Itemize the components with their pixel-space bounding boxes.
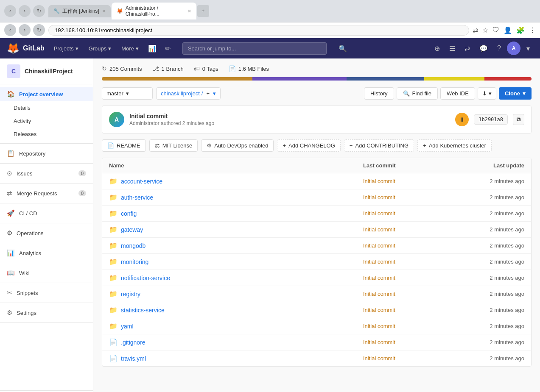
tags-stat[interactable]: 🏷 0 Tags (194, 65, 218, 72)
sidebar-item-analytics[interactable]: 📊 Analytics (0, 246, 93, 260)
file-commit-cell[interactable]: Initial commit (363, 259, 448, 265)
groups-menu[interactable]: Groups ▾ (84, 43, 116, 54)
page-reload-button[interactable]: ↻ (33, 24, 45, 36)
tab-gitlab[interactable]: 🦊 Administrator / ChinaskillPro... ✕ (112, 3, 196, 19)
user-avatar-button[interactable]: A (507, 42, 520, 55)
file-commit-cell[interactable]: Initial commit (363, 242, 448, 249)
add-path-button[interactable]: + (204, 90, 211, 97)
user-chevron-button[interactable]: ▾ (523, 42, 533, 55)
file-commit-cell[interactable]: Initial commit (363, 178, 448, 184)
sidebar-item-merge-requests[interactable]: ⇄ Merge Requests 0 (0, 186, 93, 200)
hamburger-button[interactable]: ☰ (446, 42, 459, 55)
find-file-button[interactable]: 🔍 Find file (397, 87, 438, 100)
sidebar-item-repository[interactable]: 📋 Repository (0, 146, 93, 161)
tab-jenkins-close[interactable]: ✕ (102, 8, 106, 14)
table-row[interactable]: 📄 .gitignore Initial commit 2 minutes ag… (102, 334, 531, 350)
history-button[interactable]: History (364, 87, 394, 100)
file-name-cell[interactable]: 📁 statistics-service (109, 306, 363, 314)
file-commit-cell[interactable]: Initial commit (363, 210, 448, 217)
clone-button[interactable]: Clone ▾ (499, 87, 532, 100)
path-project[interactable]: chinaskillproject (161, 90, 200, 97)
copy-hash-button[interactable]: ⧉ (513, 114, 524, 125)
sidebar-item-settings[interactable]: ⚙ Settings (0, 306, 93, 320)
sidebar-item-issues[interactable]: ⊙ Issues 0 (0, 166, 93, 181)
sidebar-item-project-overview[interactable]: 🏠 Project overview (0, 87, 93, 101)
file-name-cell[interactable]: 📁 gateway (109, 225, 363, 234)
file-commit-cell[interactable]: Initial commit (363, 355, 448, 361)
page-forward-button[interactable]: › (19, 24, 31, 36)
license-button[interactable]: ⚖ MIT License (149, 139, 198, 152)
issues-button[interactable]: 💬 (476, 42, 491, 55)
file-name-cell[interactable]: 📁 config (109, 209, 363, 217)
commit-hash[interactable]: 1b2901a8 (474, 114, 508, 125)
page-back-button[interactable]: ‹ (4, 24, 16, 36)
back-button[interactable]: ‹ (4, 5, 16, 17)
tab-jenkins[interactable]: 🔧 工作台 [Jenkins] ✕ (48, 5, 111, 17)
table-row[interactable]: 📁 mongodb Initial commit 2 minutes ago (102, 238, 531, 254)
help-button[interactable]: ? (494, 42, 504, 55)
add-contributing-button[interactable]: + Add CONTRIBUTING (344, 139, 414, 152)
address-input[interactable] (48, 25, 469, 36)
sidebar-label-analytics: Analytics (19, 250, 41, 256)
branch-selector[interactable]: master ▾ (102, 87, 153, 100)
file-name-cell[interactable]: 📁 monitoring (109, 258, 363, 266)
projects-menu[interactable]: Projects ▾ (50, 43, 83, 54)
table-row[interactable]: 📁 config Initial commit 2 minutes ago (102, 206, 531, 222)
merge-request-button[interactable]: ⇄ (461, 42, 473, 55)
file-commit-cell[interactable]: Initial commit (363, 291, 448, 297)
forward-button[interactable]: › (19, 5, 31, 17)
global-search-input[interactable] (182, 42, 327, 55)
files-stat[interactable]: 📄 1.6 MB Files (229, 65, 269, 72)
sidebar-item-wiki[interactable]: 📖 Wiki (0, 266, 93, 280)
file-name-cell[interactable]: 📁 yaml (109, 322, 363, 330)
collapse-sidebar-button[interactable]: « Collapse sidebar (0, 390, 93, 392)
table-row[interactable]: 📁 auth-service Initial commit 2 minutes … (102, 189, 531, 206)
file-name-cell[interactable]: 📁 auth-service (109, 193, 363, 201)
sidebar-item-releases[interactable]: Releases (0, 128, 93, 141)
file-commit-cell[interactable]: Initial commit (363, 339, 448, 345)
file-name-cell[interactable]: 📄 travis.yml (109, 354, 363, 362)
table-row[interactable]: 📁 yaml Initial commit 2 minutes ago (102, 318, 531, 334)
commit-emoji-button[interactable]: ⏸ (455, 113, 469, 126)
sidebar-item-details[interactable]: Details (0, 101, 93, 114)
table-row[interactable]: 📁 notification-service Initial commit 2 … (102, 270, 531, 286)
table-row[interactable]: 📄 travis.yml Initial commit 2 minutes ag… (102, 350, 531, 366)
sidebar-item-activity[interactable]: Activity (0, 114, 93, 128)
file-time-cell: 2 minutes ago (448, 339, 524, 345)
download-button[interactable]: ⬇ ▾ (478, 87, 496, 100)
more-menu[interactable]: More ▾ (117, 43, 143, 54)
file-commit-cell[interactable]: Initial commit (363, 323, 448, 329)
file-name-cell[interactable]: 📁 registry (109, 290, 363, 298)
edit-button[interactable]: ✏ (162, 42, 174, 55)
table-row[interactable]: 📁 account-service Initial commit 2 minut… (102, 173, 531, 189)
search-button[interactable]: 🔍 (335, 42, 350, 55)
add-changelog-button[interactable]: + Add CHANGELOG (277, 139, 340, 152)
file-name-cell[interactable]: 📁 notification-service (109, 274, 363, 282)
tab-gitlab-close[interactable]: ✕ (187, 8, 191, 14)
file-commit-cell[interactable]: Initial commit (363, 275, 448, 281)
file-name-cell[interactable]: 📄 .gitignore (109, 338, 363, 346)
sidebar-item-snippets[interactable]: ✂ Snippets (0, 286, 93, 300)
web-ide-button[interactable]: Web IDE (440, 87, 475, 100)
file-commit-cell[interactable]: Initial commit (363, 226, 448, 233)
readme-button[interactable]: 📄 README (102, 139, 146, 152)
autodevops-button[interactable]: ⚙ Auto DevOps enabled (201, 139, 274, 152)
reload-button[interactable]: ↻ (33, 5, 45, 17)
sidebar-item-cicd[interactable]: 🚀 CI / CD (0, 206, 93, 220)
sidebar-item-operations[interactable]: ⚙ Operations (0, 226, 93, 240)
add-kubernetes-button[interactable]: + Add Kubernetes cluster (417, 139, 492, 152)
file-commit-cell[interactable]: Initial commit (363, 307, 448, 313)
commits-stat[interactable]: ↻ 205 Commits (102, 65, 142, 72)
table-row[interactable]: 📁 registry Initial commit 2 minutes ago (102, 286, 531, 302)
file-commit-cell[interactable]: Initial commit (363, 194, 448, 200)
branch-stat[interactable]: ⎇ 1 Branch (152, 65, 184, 72)
plus-button[interactable]: ⊕ (431, 42, 443, 55)
table-row[interactable]: 📁 statistics-service Initial commit 2 mi… (102, 302, 531, 318)
file-name-cell[interactable]: 📁 account-service (109, 177, 363, 185)
commit-title[interactable]: Initial commit (129, 113, 450, 120)
file-name-cell[interactable]: 📁 mongodb (109, 242, 363, 250)
activity-graph-button[interactable]: 📊 (145, 42, 160, 55)
new-tab-button[interactable]: + (197, 5, 209, 17)
table-row[interactable]: 📁 gateway Initial commit 2 minutes ago (102, 222, 531, 238)
table-row[interactable]: 📁 monitoring Initial commit 2 minutes ag… (102, 254, 531, 270)
